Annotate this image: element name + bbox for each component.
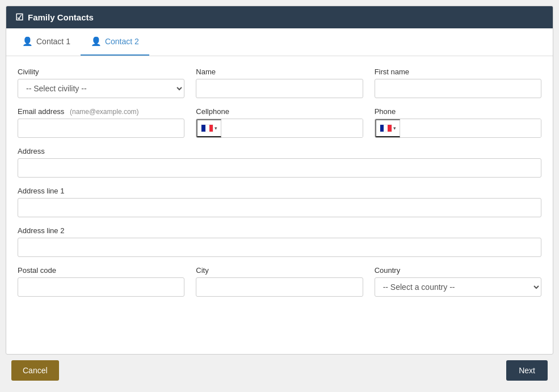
cellphone-caret: ▾ (215, 125, 217, 131)
label-country: Country (375, 266, 541, 275)
cancel-button[interactable]: Cancel (11, 360, 59, 381)
input-name[interactable] (196, 79, 363, 98)
input-phone[interactable] (400, 119, 541, 137)
row-address: Address (18, 147, 541, 178)
card-body: 👤 Contact 1 👤 Contact 2 Civility -- Sele… (6, 28, 553, 317)
group-cellphone: Cellphone ▾ (196, 107, 363, 138)
card-title: Family Contacts (28, 12, 94, 22)
group-country: Country -- Select a country -- France Ge… (375, 266, 541, 297)
group-firstname: First name (375, 68, 541, 98)
label-cellphone: Cellphone (196, 107, 363, 116)
input-email[interactable] (18, 119, 184, 138)
row-email-cellphone-phone: Email address (name@example.com) Cellpho… (18, 107, 541, 138)
cellphone-input-wrapper: ▾ (196, 119, 363, 138)
group-email: Email address (name@example.com) (18, 107, 184, 138)
cellphone-flag-fr (201, 124, 213, 132)
input-address-line2[interactable] (18, 238, 541, 257)
label-postal-code: Postal code (18, 266, 184, 275)
input-address[interactable] (18, 158, 541, 178)
phone-flag-button[interactable]: ▾ (375, 119, 400, 137)
row-postal-city-country: Postal code City Country -- Select a cou… (18, 266, 541, 297)
group-address-line2: Address line 2 (18, 226, 541, 257)
group-civility: Civility -- Select civility -- Mr. Mrs. … (18, 68, 184, 98)
label-address-line1: Address line 1 (18, 187, 541, 195)
email-hint: (name@example.com) (70, 108, 139, 116)
group-name: Name (196, 68, 363, 98)
tab-contact2[interactable]: 👤 Contact 2 (81, 28, 149, 56)
cellphone-flag-button[interactable]: ▾ (196, 119, 221, 137)
next-button[interactable]: Next (506, 360, 548, 381)
tab-contact1[interactable]: 👤 Contact 1 (12, 28, 81, 56)
label-civility: Civility (18, 68, 184, 76)
label-city: City (196, 266, 363, 275)
row-address-line2: Address line 2 (18, 226, 541, 257)
label-email: Email address (name@example.com) (18, 107, 184, 116)
row-address-line1: Address line 1 (18, 187, 541, 217)
label-name: Name (196, 68, 363, 76)
bottom-bar: Cancel Next (6, 355, 553, 386)
input-firstname[interactable] (375, 79, 541, 98)
select-country[interactable]: -- Select a country -- France Germany Un… (375, 277, 541, 297)
row-civility-name-firstname: Civility -- Select civility -- Mr. Mrs. … (18, 68, 541, 98)
label-firstname: First name (375, 68, 541, 76)
input-cellphone[interactable] (221, 119, 362, 137)
label-address: Address (18, 147, 541, 155)
group-address-line1: Address line 1 (18, 187, 541, 217)
phone-flag-fr (380, 124, 392, 132)
group-postal-code: Postal code (18, 266, 184, 297)
contact2-icon: 👤 (91, 36, 102, 47)
tabs-bar: 👤 Contact 1 👤 Contact 2 (6, 28, 553, 56)
form-content: Civility -- Select civility -- Mr. Mrs. … (6, 56, 553, 317)
group-phone: Phone ▾ (375, 107, 541, 138)
header-icon: ☑ (15, 12, 23, 23)
label-phone: Phone (375, 107, 541, 116)
input-address-line1[interactable] (18, 198, 541, 217)
group-address: Address (18, 147, 541, 178)
phone-caret: ▾ (393, 125, 396, 131)
tab-contact1-label: Contact 1 (36, 37, 70, 46)
contact1-icon: 👤 (22, 36, 33, 47)
group-city: City (196, 266, 363, 297)
input-postal-code[interactable] (18, 277, 184, 297)
input-city[interactable] (196, 277, 363, 297)
phone-input-wrapper: ▾ (375, 119, 541, 138)
label-address-line2: Address line 2 (18, 226, 541, 235)
select-civility[interactable]: -- Select civility -- Mr. Mrs. Ms. Dr. (18, 79, 184, 98)
tab-contact2-label: Contact 2 (105, 37, 139, 46)
card-header: ☑ Family Contacts (6, 6, 553, 28)
